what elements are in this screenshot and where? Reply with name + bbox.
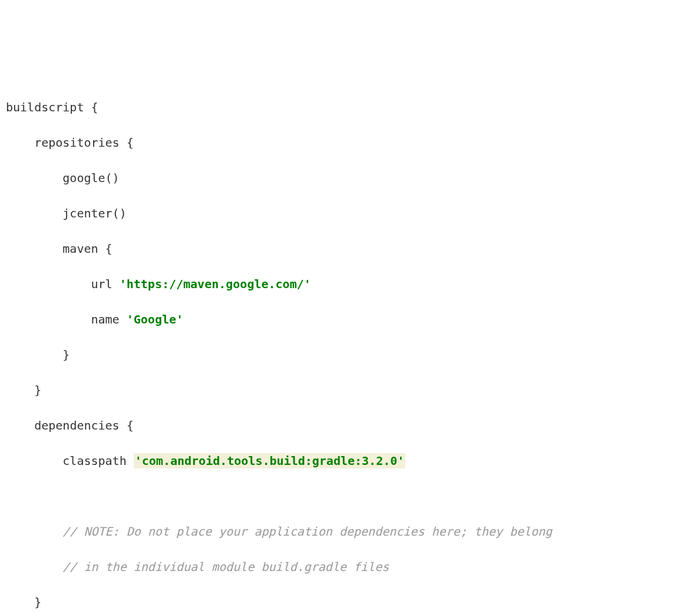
code-text: buildscript { xyxy=(6,100,98,114)
code-line[interactable]: // in the individual module build.gradle… xyxy=(6,558,700,576)
code-line[interactable]: } xyxy=(6,346,700,364)
code-text: } xyxy=(34,383,41,397)
code-line[interactable]: google() xyxy=(6,169,700,187)
code-line[interactable]: maven { xyxy=(6,240,700,258)
code-text: name xyxy=(91,312,127,326)
string-literal: 'https://maven.google.com/' xyxy=(120,277,311,291)
string-literal-highlighted: 'com.android.tools.build:gradle:3.2.0' xyxy=(134,453,406,468)
string-literal: 'Google' xyxy=(127,312,183,326)
comment: // NOTE: Do not place your application d… xyxy=(62,524,552,539)
code-text: url xyxy=(91,277,120,291)
code-line[interactable] xyxy=(6,487,700,505)
code-line[interactable]: name 'Google' xyxy=(6,311,700,328)
comment: // in the individual module build.gradle… xyxy=(62,560,389,574)
code-text: } xyxy=(34,595,41,609)
code-line[interactable]: dependencies { xyxy=(6,417,700,434)
code-text: dependencies { xyxy=(34,418,134,433)
code-line[interactable]: classpath 'com.android.tools.build:gradl… xyxy=(6,452,700,470)
code-text: repositories { xyxy=(34,136,134,150)
code-line[interactable]: url 'https://maven.google.com/' xyxy=(6,275,700,293)
code-editor[interactable]: buildscript { repositories { google() jc… xyxy=(0,81,700,614)
code-line[interactable]: buildscript { xyxy=(6,98,700,116)
code-text: google() xyxy=(62,171,119,185)
code-line[interactable]: repositories { xyxy=(6,134,700,151)
code-line[interactable]: // NOTE: Do not place your application d… xyxy=(6,523,700,540)
code-line[interactable]: } xyxy=(6,593,700,611)
code-text: } xyxy=(62,348,70,362)
code-line[interactable]: jcenter() xyxy=(6,204,700,222)
code-text: jcenter() xyxy=(62,206,126,220)
code-text: maven { xyxy=(62,242,112,256)
code-text: classpath xyxy=(62,454,133,468)
code-line[interactable]: } xyxy=(6,381,700,399)
